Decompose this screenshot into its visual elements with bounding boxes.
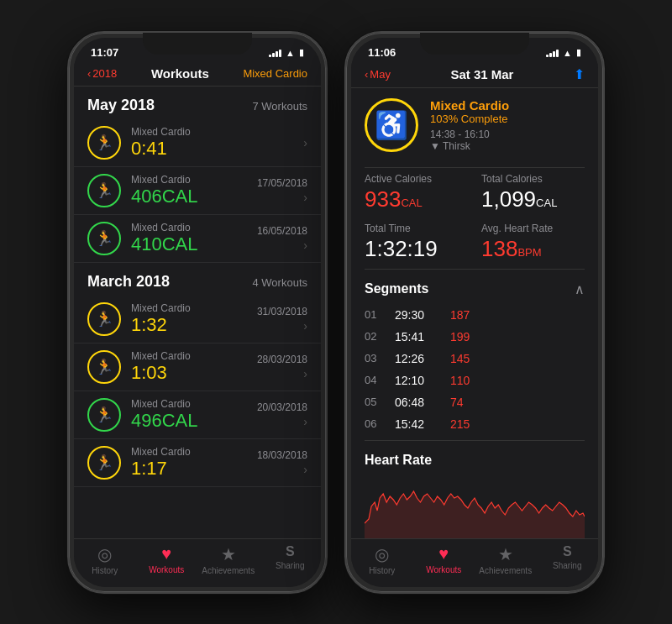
workout-value-1: 406CAL (131, 186, 247, 207)
seg-num-4: 05 (365, 396, 381, 408)
sharing-icon-2: S (563, 544, 572, 559)
collapse-icon[interactable]: ∧ (575, 281, 585, 297)
workout-type-4: Mixed Cardio (131, 350, 247, 362)
tab-history-2[interactable]: ◎ History (351, 544, 413, 575)
signal-icon (269, 49, 281, 57)
tab-achievements-label-1: Achievements (202, 566, 255, 575)
seg-bpm-4: 74 (450, 396, 464, 409)
back-button-1[interactable]: ‹ 2018 (87, 67, 117, 80)
segments-header: Segments ∧ (351, 275, 598, 304)
status-icons-2: ▲ ▮ (546, 47, 581, 58)
achievements-icon-2: ★ (498, 544, 513, 564)
share-button[interactable]: ⬆ (574, 66, 585, 82)
tab-workouts-label-2: Workouts (426, 565, 461, 574)
divider-2 (365, 269, 585, 270)
workout-row-6[interactable]: 🏃 Mixed Cardio 1:17 18/03/2018 › (74, 439, 321, 487)
tab-workouts-2[interactable]: ♥ Workouts (413, 544, 475, 575)
phone-2: 11:06 ▲ ▮ ‹ May Sat (344, 31, 605, 594)
workout-value-4: 1:03 (131, 362, 247, 384)
stat-value-0: 933CAL (365, 186, 468, 212)
workout-value-2: 410CAL (131, 233, 247, 255)
workout-row-1[interactable]: 🏃 Mixed Cardio 406CAL 17/05/2018 › (74, 167, 321, 215)
workout-list[interactable]: May 2018 7 Workouts 🏃 Mixed Cardio 0:41 … (74, 87, 321, 538)
tab-workouts-1[interactable]: ♥ Workouts (136, 544, 198, 575)
row-chevron-2: › (303, 239, 307, 252)
cardio-icon: ♿ (375, 109, 408, 141)
status-time-2: 11:06 (368, 46, 396, 59)
date-chevron-4: 28/03/2018 › (257, 354, 307, 380)
workout-type-6: Mixed Cardio (131, 446, 247, 458)
workout-row-3[interactable]: 🏃 Mixed Cardio 1:32 31/03/2018 › (74, 296, 321, 343)
tab-achievements-1[interactable]: ★ Achievements (197, 544, 260, 575)
workout-type-5: Mixed Cardio (131, 398, 247, 410)
workout-date-5: 20/03/2018 (257, 401, 307, 413)
stat-value-1: 1,099CAL (481, 186, 585, 212)
workout-type-2: Mixed Cardio (131, 222, 247, 233)
nav-title-2: Sat 31 Mar (450, 67, 513, 81)
seg-time-0: 29:30 (395, 308, 437, 322)
workout-row-2[interactable]: 🏃 Mixed Cardio 410CAL 16/05/2018 › (74, 215, 321, 263)
seg-num-3: 04 (365, 374, 381, 386)
workout-icon-2: 🏃 (87, 222, 121, 255)
seg-bpm-5: 215 (450, 417, 470, 431)
workout-circle-icon: ♿ (365, 98, 418, 152)
hr-chart (365, 473, 585, 538)
stat-label-1: Total Calories (481, 173, 585, 185)
workout-row-5[interactable]: 🏃 Mixed Cardio 496CAL 20/03/2018 › (74, 391, 321, 439)
segment-row-4: 05 06:48 74 (351, 391, 598, 413)
tab-sharing-2[interactable]: S Sharing (537, 544, 599, 575)
workout-detail-info: Mixed Cardio 103% Complete 14:38 - 16:10… (430, 98, 585, 152)
wifi-icon-2: ▲ (563, 48, 572, 58)
workout-icon-6: 🏃 (87, 446, 121, 480)
segment-row-5: 06 15:42 215 (351, 413, 598, 435)
divider-3 (365, 440, 585, 441)
nav-bar-2: ‹ May Sat 31 Mar ⬆ (351, 63, 598, 88)
phone-1-screen: 11:07 ▲ ▮ ‹ 2018 Wor (74, 38, 321, 587)
stat-label-2: Total Time (365, 223, 468, 234)
tab-bar-2: ◎ History ♥ Workouts ★ Achievements S Sh… (351, 538, 598, 587)
section-count-may: 7 Workouts (252, 100, 307, 113)
stat-value-3: 138BPM (481, 236, 585, 262)
workout-date-2: 16/05/2018 (257, 225, 307, 237)
segments-title: Segments (365, 281, 428, 296)
tab-history-label-1: History (92, 566, 118, 575)
workout-info-4: Mixed Cardio 1:03 (131, 350, 247, 384)
tab-sharing-1[interactable]: S Sharing (260, 544, 322, 575)
divider-1 (365, 167, 585, 168)
workout-value-3: 1:32 (131, 314, 247, 336)
workout-detail-time: 14:38 - 16:10 (430, 128, 585, 140)
heart-rate-section: Heart Rate 14:38 15:08 (351, 446, 598, 538)
workout-info-6: Mixed Cardio 1:17 (131, 446, 247, 480)
workout-info-0: Mixed Cardio 0:41 (131, 126, 293, 160)
tab-workouts-label-1: Workouts (149, 565, 184, 574)
workout-row-4[interactable]: 🏃 Mixed Cardio 1:03 28/03/2018 › (74, 343, 321, 391)
section-title-may: May 2018 (87, 97, 155, 114)
section-may: May 2018 7 Workouts (74, 87, 321, 119)
date-chevron-5: 20/03/2018 › (257, 401, 307, 428)
phone-notch-2 (420, 33, 529, 55)
workout-type-1: Mixed Cardio (131, 174, 247, 186)
tab-achievements-2[interactable]: ★ Achievements (475, 544, 537, 575)
stat-unit-0: CAL (401, 197, 422, 209)
stat-active-cal: Active Calories 933CAL (365, 173, 468, 212)
seg-num-1: 02 (365, 330, 381, 343)
workout-type-3: Mixed Cardio (131, 302, 247, 314)
workout-date-1: 17/05/2018 (257, 177, 307, 189)
segment-row-0: 01 29:30 187 (351, 304, 598, 326)
workout-info-3: Mixed Cardio 1:32 (131, 302, 247, 336)
tab-history-1[interactable]: ◎ History (74, 544, 136, 575)
date-chevron-3: 31/03/2018 › (257, 306, 307, 333)
tab-history-label-2: History (369, 566, 395, 575)
tab-achievements-label-2: Achievements (479, 566, 532, 575)
workout-value-5: 496CAL (131, 410, 247, 432)
workout-row-0[interactable]: 🏃 Mixed Cardio 0:41 › (74, 119, 321, 167)
nav-bar-1: ‹ 2018 Workouts Mixed Cardio (74, 63, 321, 87)
tab-sharing-label-2: Sharing (553, 561, 581, 570)
hr-chart-svg (365, 473, 585, 538)
seg-time-5: 15:42 (395, 417, 437, 431)
back-button-2[interactable]: ‹ May (365, 68, 391, 81)
status-time-1: 11:07 (91, 46, 118, 59)
stat-avg-hr: Avg. Heart Rate 138BPM (481, 223, 585, 262)
row-chevron-1: › (303, 191, 307, 204)
history-icon: ◎ (97, 544, 112, 564)
